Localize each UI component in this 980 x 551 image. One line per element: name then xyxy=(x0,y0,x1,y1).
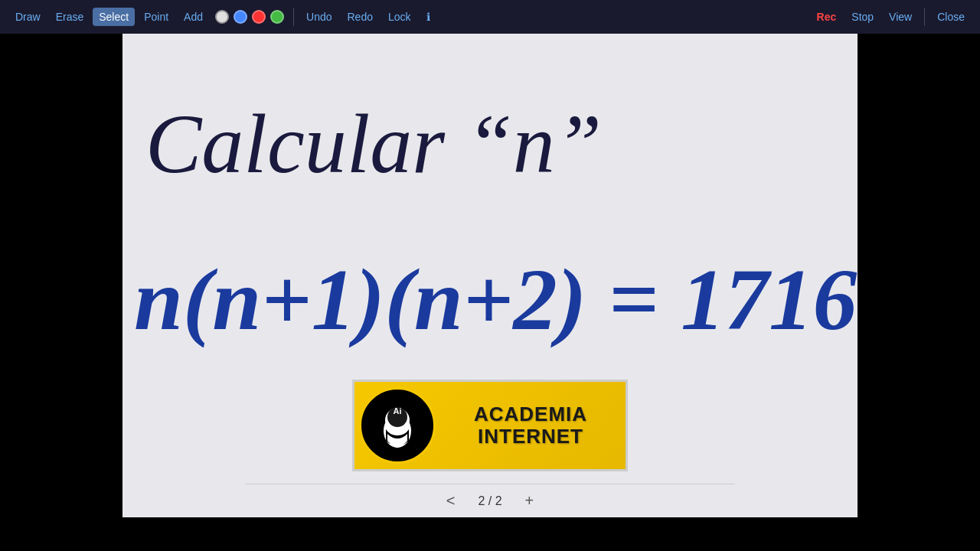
rec-button[interactable]: Rec xyxy=(811,8,843,26)
color-green[interactable] xyxy=(270,10,284,24)
left-sidebar xyxy=(0,34,122,551)
logo-circle: Ai Ai xyxy=(359,387,436,464)
color-white[interactable] xyxy=(215,10,229,24)
info-button[interactable]: ℹ xyxy=(420,8,436,26)
undo-button[interactable]: Undo xyxy=(300,8,338,26)
lock-button[interactable]: Lock xyxy=(382,8,417,26)
draw-button[interactable]: Draw xyxy=(9,8,47,26)
right-sidebar xyxy=(858,34,980,551)
view-button[interactable]: View xyxy=(883,8,918,26)
svg-text:Calcular “n”: Calcular “n” xyxy=(145,97,602,191)
logo-title-line2: INTERNET xyxy=(478,425,583,448)
logo-text-area: ACADEMIA INTERNET xyxy=(436,403,626,447)
svg-text:Ai: Ai xyxy=(394,406,402,416)
separator-1 xyxy=(293,8,294,26)
toolbar: Draw Erase Select Point Add Undo Redo Lo… xyxy=(0,0,980,34)
close-button[interactable]: Close xyxy=(931,8,971,26)
erase-button[interactable]: Erase xyxy=(50,8,90,26)
logo-title-line1: ACADEMIA xyxy=(474,403,587,425)
redo-button[interactable]: Redo xyxy=(341,8,378,26)
point-button[interactable]: Point xyxy=(138,8,175,26)
logo-inner: Ai Ai ACADEMIA INTERNET xyxy=(354,382,626,469)
color-blue[interactable] xyxy=(234,10,247,24)
toolbar-right: Rec Stop View Close xyxy=(811,8,971,26)
add-button[interactable]: Add xyxy=(178,8,209,26)
logo-container: Ai Ai ACADEMIA INTERNET xyxy=(352,380,628,471)
svg-text:n(n+1)(n+2) = 1716: n(n+1)(n+2) = 1716 xyxy=(134,251,858,348)
canvas-area[interactable]: Calcular “n” n(n+1)(n+2) = 1716 Ai xyxy=(122,34,858,517)
next-page-button[interactable]: + xyxy=(525,492,534,510)
separator-2 xyxy=(924,8,925,26)
prev-page-button[interactable]: < xyxy=(446,492,456,510)
color-red[interactable] xyxy=(252,10,266,24)
bottom-nav: < 2 / 2 + xyxy=(245,484,735,517)
select-button[interactable]: Select xyxy=(93,8,135,26)
page-indicator: 2 / 2 xyxy=(478,494,501,508)
stop-button[interactable]: Stop xyxy=(845,8,880,26)
